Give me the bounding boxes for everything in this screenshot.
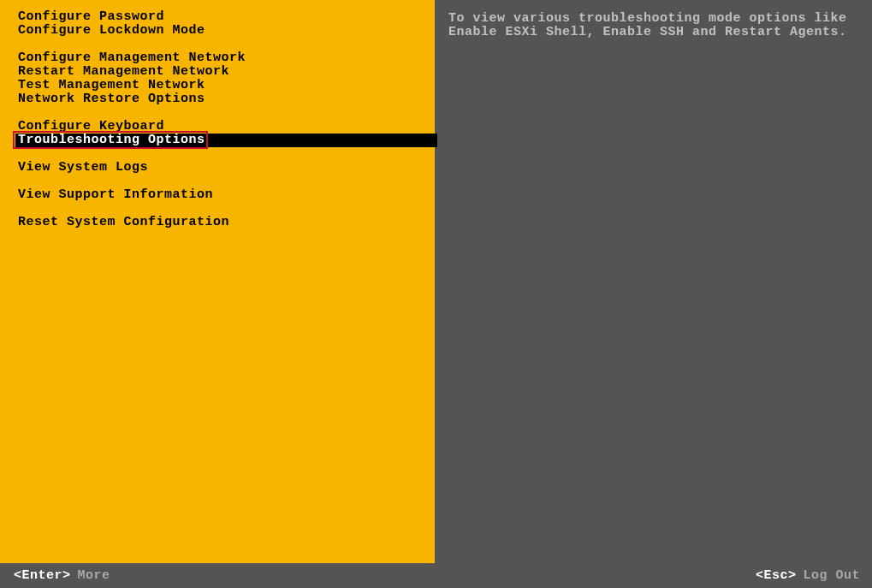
- esc-action-label: Log Out: [803, 568, 860, 583]
- enter-key-label: <Enter>: [14, 568, 71, 583]
- menu-spacer: [0, 202, 435, 216]
- menu-item-network-restore-options[interactable]: Network Restore Options: [0, 92, 435, 106]
- menu-list: Configure PasswordConfigure Lockdown Mod…: [0, 0, 435, 229]
- footer-bar: <Enter> More <Esc> Log Out: [0, 563, 872, 588]
- footer-left: <Enter> More: [14, 568, 110, 583]
- menu-item-reset-system-configuration[interactable]: Reset System Configuration: [0, 216, 435, 229]
- menu-spacer: [0, 147, 435, 161]
- menu-item-configure-lockdown-mode[interactable]: Configure Lockdown Mode: [0, 24, 435, 38]
- menu-item-configure-keyboard[interactable]: Configure Keyboard: [0, 120, 435, 134]
- menu-spacer: [0, 38, 435, 51]
- enter-action-label: More: [78, 568, 110, 583]
- menu-item-test-management-network[interactable]: Test Management Network: [0, 79, 435, 92]
- menu-item-configure-management-network[interactable]: Configure Management Network: [0, 51, 435, 65]
- main-container: Configure PasswordConfigure Lockdown Mod…: [0, 0, 872, 563]
- menu-spacer: [0, 106, 435, 120]
- menu-item-troubleshooting-options[interactable]: Troubleshooting Options: [15, 134, 437, 147]
- description-pane: To view various troubleshooting mode opt…: [435, 0, 872, 563]
- description-text: To view various troubleshooting mode opt…: [448, 12, 860, 39]
- menu-spacer: [0, 175, 435, 188]
- footer-right: <Esc> Log Out: [756, 568, 860, 583]
- menu-pane: Configure PasswordConfigure Lockdown Mod…: [0, 0, 435, 563]
- menu-item-configure-password[interactable]: Configure Password: [0, 10, 435, 24]
- menu-item-restart-management-network[interactable]: Restart Management Network: [0, 65, 435, 79]
- menu-item-view-system-logs[interactable]: View System Logs: [0, 161, 435, 175]
- menu-item-view-support-information[interactable]: View Support Information: [0, 188, 435, 202]
- esc-key-label: <Esc>: [756, 568, 797, 583]
